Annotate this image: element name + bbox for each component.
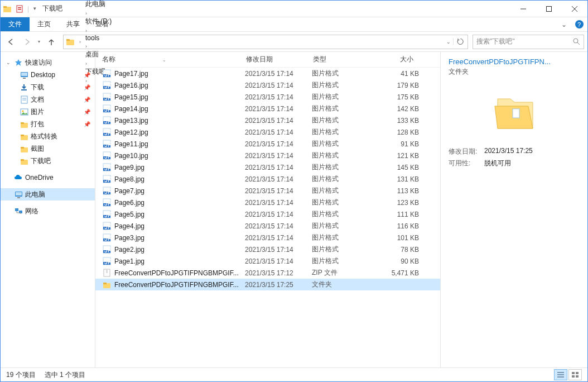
svg-rect-16 (23, 78, 26, 79)
chevron-down-icon[interactable]: ⌄ (6, 60, 12, 65)
table-row[interactable]: JPGPage10.jpg2021/3/15 17:14图片格式121 KB (95, 150, 440, 161)
table-row[interactable]: JPGPage8.jpg2021/3/15 17:14图片格式131 KB (95, 173, 440, 185)
column-name[interactable]: 名称⌄ (95, 55, 239, 64)
chevron-right-icon[interactable]: › (83, 44, 89, 49)
table-row[interactable]: JPGPage11.jpg2021/3/15 17:14图片格式91 KB (95, 138, 440, 150)
properties-icon[interactable] (15, 4, 24, 13)
breadcrumb-segment[interactable]: tools (83, 34, 114, 42)
details-type: 文件夹 (449, 67, 580, 77)
svg-text:JPG: JPG (104, 106, 111, 113)
view-details-button[interactable] (554, 369, 567, 380)
tree-this-pc[interactable]: › 此电脑 (1, 188, 95, 200)
sidebar-item[interactable]: 下载📌 (1, 81, 95, 93)
column-size[interactable]: 大小 (372, 55, 422, 64)
file-date: 2021/3/15 17:25 (245, 281, 312, 289)
table-row[interactable]: JPGPage1.jpg2021/3/15 17:14图片格式90 KB (95, 255, 440, 267)
minimize-button[interactable] (510, 1, 536, 17)
sidebar-item-label: 下载 (31, 83, 44, 92)
navigation-pane[interactable]: ⌄ 快速访问 Desktop📌下载📌文档📌图片📌打包📌格式转换截图下载吧 › O… (1, 52, 95, 367)
file-size: 179 KB (378, 82, 428, 89)
chevron-right-icon[interactable]: › (77, 39, 83, 45)
folder-icon (20, 144, 28, 153)
file-list[interactable]: JPGPage17.jpg2021/3/15 17:14图片格式41 KBJPG… (95, 68, 440, 367)
window-title: 下载吧 (42, 4, 62, 13)
chevron-right-icon[interactable]: › (83, 11, 89, 16)
file-date: 2021/3/15 17:14 (245, 222, 312, 230)
jpg-icon: JPG (102, 163, 111, 172)
table-row[interactable]: JPGPage7.jpg2021/3/15 17:14图片格式113 KB (95, 185, 440, 197)
table-row[interactable]: JPGPage16.jpg2021/3/15 17:14图片格式179 KB (95, 79, 440, 91)
file-type: 图片格式 (312, 186, 378, 195)
breadcrumb-segment[interactable]: 此电脑 (83, 0, 114, 9)
file-name: Page11.jpg (114, 140, 245, 148)
table-row[interactable]: FreeConvertPDFtoJPGTIFPNGBMPGIF...2021/3… (95, 279, 440, 290)
tree-label: 网络 (25, 207, 38, 216)
sidebar-item[interactable]: 截图 (1, 142, 95, 155)
table-row[interactable]: JPGPage15.jpg2021/3/15 17:14图片格式175 KB (95, 91, 440, 103)
nav-back-button[interactable] (4, 35, 18, 49)
address-root-icon[interactable] (64, 37, 77, 46)
svg-line-12 (577, 42, 580, 45)
chevron-right-icon[interactable]: › (83, 28, 89, 34)
table-row[interactable]: JPGPage3.jpg2021/3/15 17:14图片格式101 KB (95, 232, 440, 243)
table-row[interactable]: JPGPage13.jpg2021/3/15 17:14图片格式133 KB (95, 114, 440, 126)
zip-icon (102, 269, 111, 278)
sidebar-item[interactable]: 打包📌 (1, 118, 95, 130)
folder-open-icon (489, 87, 539, 137)
nav-history-button[interactable]: ▾ (35, 35, 43, 49)
table-row[interactable]: FreeConvertPDFtoJPGTIFPNGBMPGIF...2021/3… (95, 267, 440, 279)
desktop-icon (20, 70, 28, 79)
file-date: 2021/3/15 17:14 (245, 152, 312, 160)
table-row[interactable]: JPGPage9.jpg2021/3/15 17:14图片格式145 KB (95, 161, 440, 173)
document-icon (20, 95, 28, 104)
nav-forward-button[interactable] (20, 35, 34, 49)
ribbon-file-tab[interactable]: 文件 (1, 17, 30, 31)
column-type[interactable]: 类型 (306, 55, 372, 64)
file-name: Page3.jpg (114, 234, 245, 242)
close-button[interactable] (562, 1, 587, 17)
address-dropdown-button[interactable]: ⌄ (444, 39, 453, 45)
table-row[interactable]: JPGPage12.jpg2021/3/15 17:14图片格式128 KB (95, 126, 440, 138)
table-row[interactable]: JPGPage2.jpg2021/3/15 17:14图片格式78 KB (95, 243, 440, 255)
search-icon (573, 38, 580, 45)
view-large-icons-button[interactable] (568, 369, 582, 380)
details-pane: FreeConvertPDFtoJPGTIFPN... 文件夹 修改日期:202… (440, 52, 587, 367)
help-button[interactable]: ? (571, 17, 587, 31)
file-name: Page12.jpg (114, 128, 245, 136)
refresh-button[interactable] (453, 38, 467, 45)
table-row[interactable]: JPGPage14.jpg2021/3/15 17:14图片格式142 KB (95, 103, 440, 114)
column-date[interactable]: 修改日期 (239, 55, 306, 64)
jpg-icon: JPG (102, 222, 111, 231)
tree-onedrive[interactable]: › OneDrive (1, 171, 95, 184)
tree-quick-access[interactable]: ⌄ 快速访问 (1, 56, 95, 69)
maximize-button[interactable] (536, 1, 562, 17)
details-value: 2021/3/15 17:25 (484, 147, 533, 156)
search-input[interactable]: 搜索"下载吧" (473, 35, 584, 49)
ribbon-collapse-button[interactable]: ⌄ (557, 17, 571, 31)
sidebar-item[interactable]: 下载吧 (1, 155, 95, 167)
status-item-count: 19 个项目 (6, 370, 36, 380)
network-icon (14, 207, 23, 216)
table-row[interactable]: JPGPage4.jpg2021/3/15 17:14图片格式116 KB (95, 220, 440, 232)
qat-dropdown-icon[interactable]: ▼ (32, 6, 37, 11)
status-selected-count: 选中 1 个项目 (45, 370, 85, 380)
breadcrumb-segment[interactable]: 软件 (D:) (83, 17, 114, 26)
sidebar-item[interactable]: 文档📌 (1, 93, 95, 106)
table-row[interactable]: JPGPage17.jpg2021/3/15 17:14图片格式41 KB (95, 68, 440, 79)
ribbon-tab-home[interactable]: 主页 (30, 17, 59, 31)
sidebar-item-label: 文档 (31, 95, 44, 104)
pin-icon: 📌 (84, 121, 90, 127)
nav-up-button[interactable] (44, 35, 59, 49)
file-size: 133 KB (378, 117, 428, 125)
file-date: 2021/3/15 17:14 (245, 164, 312, 171)
sidebar-item[interactable]: 图片📌 (1, 106, 95, 118)
file-date: 2021/3/15 17:14 (245, 140, 312, 148)
file-size: 111 KB (378, 211, 428, 218)
sidebar-item[interactable]: 格式转换 (1, 130, 95, 142)
tree-network[interactable]: › 网络 (1, 205, 95, 217)
file-type: 图片格式 (312, 80, 378, 90)
sidebar-item[interactable]: Desktop📌 (1, 69, 95, 81)
table-row[interactable]: JPGPage6.jpg2021/3/15 17:14图片格式123 KB (95, 197, 440, 208)
table-row[interactable]: JPGPage5.jpg2021/3/15 17:14图片格式111 KB (95, 208, 440, 220)
address-bar[interactable]: › 此电脑›软件 (D:)›tools›桌面›下载吧› ⌄ (63, 35, 468, 49)
